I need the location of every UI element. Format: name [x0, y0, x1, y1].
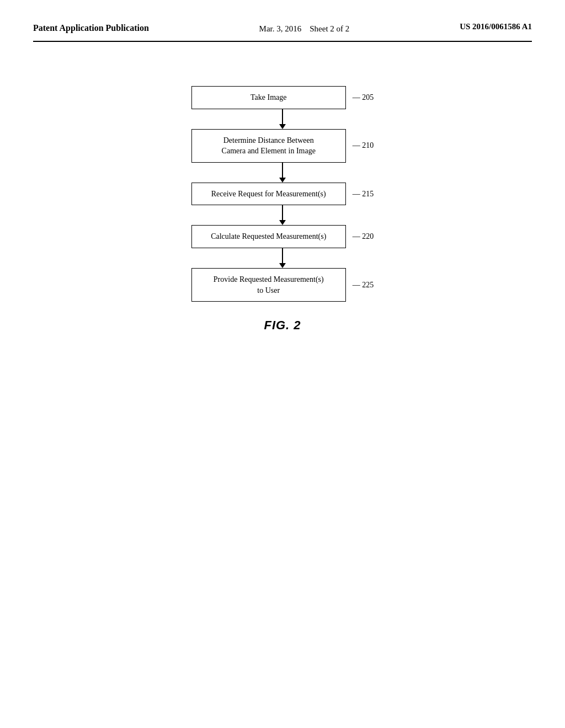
arrow-line-4: [282, 248, 283, 263]
arrow-head-1: [279, 124, 286, 129]
flow-label-225: — 225: [353, 281, 374, 290]
flow-label-215: — 215: [353, 190, 374, 199]
figure-caption: FIG. 2: [264, 318, 301, 333]
header-left-label: Patent Application Publication: [33, 22, 149, 34]
arrow-1: [279, 109, 286, 129]
flow-box-220: Calculate Requested Measurement(s): [191, 225, 346, 248]
arrow-head-3: [279, 220, 286, 225]
arrow-3: [279, 205, 286, 225]
flow-step-205: Take Image — 205: [191, 86, 374, 109]
flow-box-205: Take Image: [191, 86, 346, 109]
flowchart: Take Image — 205 Determine Distance Betw…: [191, 86, 374, 302]
flow-box-225: Provide Requested Measurement(s)to User: [191, 268, 346, 302]
arrow-head-2: [279, 178, 286, 183]
header-center: Mar. 3, 2016 Sheet 2 of 2: [259, 22, 350, 35]
header-date: Mar. 3, 2016: [259, 24, 302, 33]
diagram-container: Take Image — 205 Determine Distance Betw…: [33, 86, 532, 333]
flow-label-220: — 220: [353, 232, 374, 241]
flow-step-215: Receive Request for Measurement(s) — 215: [191, 183, 374, 206]
arrow-line-3: [282, 205, 283, 220]
flow-step-220: Calculate Requested Measurement(s) — 220: [191, 225, 374, 248]
arrow-line-2: [282, 163, 283, 178]
header-sheet: Sheet 2 of 2: [310, 24, 349, 33]
arrow-head-4: [279, 263, 286, 268]
flow-step-225: Provide Requested Measurement(s)to User …: [191, 268, 374, 302]
page: Patent Application Publication Mar. 3, 2…: [0, 0, 565, 728]
page-header: Patent Application Publication Mar. 3, 2…: [33, 22, 532, 42]
flow-box-210: Determine Distance BetweenCamera and Ele…: [191, 129, 346, 163]
flow-label-205: — 205: [353, 93, 374, 102]
flow-box-215: Receive Request for Measurement(s): [191, 183, 346, 206]
flow-step-210: Determine Distance BetweenCamera and Ele…: [191, 129, 374, 163]
arrow-line-1: [282, 109, 283, 124]
header-right-patent: US 2016/0061586 A1: [460, 22, 532, 31]
arrow-2: [279, 163, 286, 183]
flow-label-210: — 210: [353, 141, 374, 150]
arrow-4: [279, 248, 286, 268]
